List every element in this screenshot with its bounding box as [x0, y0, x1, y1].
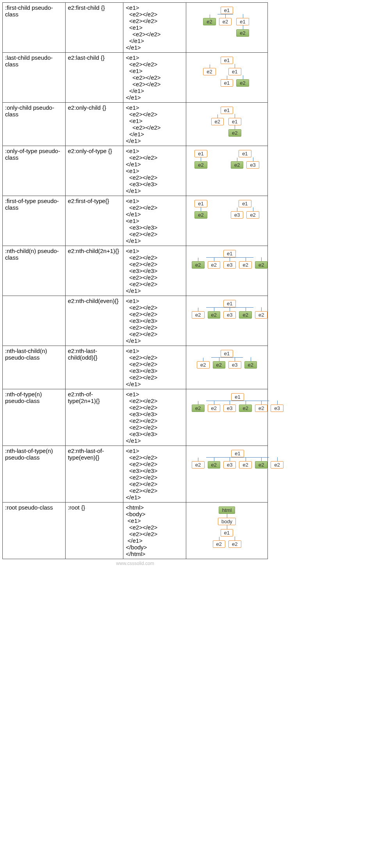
html-example-cell: <e1> <e2></e2> <e1> <e2></e2> </e1> </e1… — [123, 103, 186, 146]
tree-diagram: e1e2e2e3e2 — [194, 350, 260, 369]
tree-node: e1 — [221, 7, 233, 14]
selector-name-cell: :nth-of-type(n) pseudo-class — [3, 389, 66, 446]
tree-node: e2 — [239, 261, 251, 269]
tree-node: e2 — [255, 261, 267, 269]
tree-node: body — [218, 518, 236, 525]
selector-syntax-cell: e2:first-child {} — [65, 3, 123, 53]
tree-node: e3 — [223, 405, 236, 412]
tree-node: e2 — [255, 405, 267, 412]
table-row: :nth-last-of-type(n) pseudo-classe2:nth-… — [3, 446, 268, 503]
selector-syntax-cell: e2:nth-of-type(2n+1){} — [65, 389, 123, 446]
tree-node: e1 — [221, 529, 233, 536]
selector-syntax-cell: e2:nth-child(even){} — [65, 296, 123, 346]
tree-node: e3 — [223, 461, 236, 469]
selector-name-cell: :root pseudo-class — [3, 503, 66, 559]
tree-node: e1 — [231, 450, 244, 457]
html-example-cell: <e1> <e2></e2> <e1> <e2></e2> <e2></e2> … — [123, 53, 186, 103]
tree-diagram: e1e2e2e1e2 — [200, 7, 253, 37]
html-example-cell: <e1> <e2></e2> <e2></e2> <e3></e3> <e2><… — [123, 389, 186, 446]
tree-diagram: htmlbodye1e2e2 — [207, 506, 248, 548]
tree-node: e2 — [192, 461, 204, 469]
tree-node: e1 — [221, 107, 233, 114]
tree-node: e1 — [239, 200, 251, 207]
html-example-cell: <e1> <e2></e2> </e1> <e1> <e2></e2> <e3>… — [123, 146, 186, 196]
tree-node: e2 — [192, 405, 204, 412]
tree-node: e3 — [223, 261, 236, 269]
tree-node: e1 — [236, 18, 249, 25]
tree-node: e2 — [192, 311, 204, 319]
selector-syntax-cell: e2:only-child {} — [65, 103, 123, 146]
tree-diagram: e1e2e2e3e2e2 — [189, 250, 271, 269]
tree-node: e2 — [208, 311, 220, 319]
code-snippet: <e1> <e2></e2> <e1> <e2></e2> <e2></e2> … — [126, 54, 184, 101]
tree-node: e2 — [208, 261, 220, 269]
diagram-cell: e1e2e2e3e2e2 — [186, 246, 268, 296]
tree-node: e2 — [244, 361, 257, 369]
html-example-cell: <e1> <e2></e2> <e2></e2> <e3></e3> <e2><… — [123, 296, 186, 346]
tree-diagram: e1e2e2e3e2e2e2 — [189, 450, 287, 469]
table-row: :last-child pseudo-classe2:last-child {}… — [3, 53, 268, 103]
diagram-cell: e1e2e1e2e3 — [186, 146, 268, 196]
diagram-cell: htmlbodye1e2e2 — [186, 503, 268, 559]
diagram-cell: e1e2e2e1e2 — [186, 3, 268, 53]
selector-name-cell: :only-child pseudo-class — [3, 103, 66, 146]
tree-node: e2 — [255, 311, 267, 319]
tree-node: e2 — [203, 68, 216, 75]
tree-forest: e1e2e1e2e3 — [189, 148, 265, 171]
selector-reference-table: :first-child pseudo-classe2:first-child … — [2, 2, 268, 559]
html-example-cell: <e1> <e2></e2> <e2></e2> <e3></e3> <e2><… — [123, 246, 186, 296]
tree-node: html — [219, 506, 235, 514]
table-row: :first-of-type pseudo-classe2:first-of-t… — [3, 196, 268, 246]
code-snippet: <e1> <e2></e2> <e1> <e2></e2> </e1> </e1… — [126, 104, 184, 144]
html-example-cell: <html> <body> <e1> <e2></e2> <e2></e2> <… — [123, 503, 186, 559]
html-example-cell: <e1> <e2></e2> <e2></e2> <e3></e3> <e2><… — [123, 446, 186, 503]
tree-node: e2 — [211, 118, 224, 125]
tree-node: e1 — [228, 68, 241, 75]
code-snippet: <e1> <e2></e2> <e2></e2> <e3></e3> <e2><… — [126, 298, 184, 344]
code-snippet: <e1> <e2></e2> </e1> <e1> <e2></e2> <e3>… — [126, 148, 184, 194]
code-snippet: <e1> <e2></e2> <e2></e2> <e3></e3> <e2><… — [126, 248, 184, 294]
tree-node: e2 — [194, 161, 207, 169]
selector-name-cell: :nth-last-child(n) pseudo-class — [3, 346, 66, 389]
table-row: :nth-of-type(n) pseudo-classe2:nth-of-ty… — [3, 389, 268, 446]
table-row: :root pseudo-class:root {}<html> <body> … — [3, 503, 268, 559]
tree-node: e1 — [223, 250, 236, 257]
selector-name-cell: :only-of-type pseudo-class — [3, 146, 66, 196]
selector-syntax-cell: e2:nth-last-child(odd){} — [65, 346, 123, 389]
selector-syntax-cell: e2:only-of-type {} — [65, 146, 123, 196]
tree-node: e2 — [236, 79, 249, 87]
diagram-cell: e1e2e2e3e2e2e2 — [186, 446, 268, 503]
selector-name-cell — [3, 296, 66, 346]
tree-node: e3 — [246, 161, 259, 169]
tree-node: e2 — [228, 129, 241, 137]
tree-node: e3 — [231, 211, 243, 219]
tree-node: e1 — [221, 79, 233, 87]
tree-node: e1 — [194, 200, 207, 207]
tree-diagram: e1e2e1e2 — [208, 107, 246, 137]
code-snippet: <e1> <e2></e2> <e2></e2> <e3></e3> <e2><… — [126, 447, 184, 501]
tree-forest: e1e2e1e3e2 — [189, 198, 265, 221]
table-row: :only-child pseudo-classe2:only-child {}… — [3, 103, 268, 146]
code-snippet: <html> <body> <e1> <e2></e2> <e2></e2> <… — [126, 504, 184, 557]
table-row: :nth-last-child(n) pseudo-classe2:nth-la… — [3, 346, 268, 389]
tree-diagram: e1e2e2e3e2e2 — [189, 300, 271, 319]
tree-node: e2 — [231, 161, 243, 169]
tree-diagram: e1e2 — [191, 200, 210, 219]
tree-node: e2 — [239, 461, 251, 469]
diagram-cell: e1e2e1e2 — [186, 103, 268, 146]
tree-node: e2 — [213, 540, 225, 548]
code-snippet: <e1> <e2></e2> <e2></e2> <e3></e3> <e2><… — [126, 391, 184, 444]
diagram-cell: e1e2e2e3e2e2e3 — [186, 389, 268, 446]
code-snippet: <e1> <e2></e2> </e1> <e1> <e3></e3> <e2>… — [126, 198, 184, 244]
tree-node: e2 — [236, 29, 249, 37]
tree-diagram: e1e2e2e3e2e2e3 — [189, 393, 287, 412]
tree-node: e2 — [219, 18, 232, 25]
selector-syntax-cell: e2:nth-last-of-type(even){} — [65, 446, 123, 503]
tree-diagram: e1e2e3 — [228, 150, 262, 169]
html-example-cell: <e1> <e2></e2> <e2></e2> <e1> <e2></e2> … — [123, 3, 186, 53]
tree-diagram: e1e3e2 — [228, 200, 262, 219]
diagram-cell: e1e2e2e3e2e2 — [186, 296, 268, 346]
tree-node: e2 — [197, 361, 209, 369]
tree-node: e2 — [208, 405, 220, 412]
tree-node: e2 — [246, 211, 259, 219]
